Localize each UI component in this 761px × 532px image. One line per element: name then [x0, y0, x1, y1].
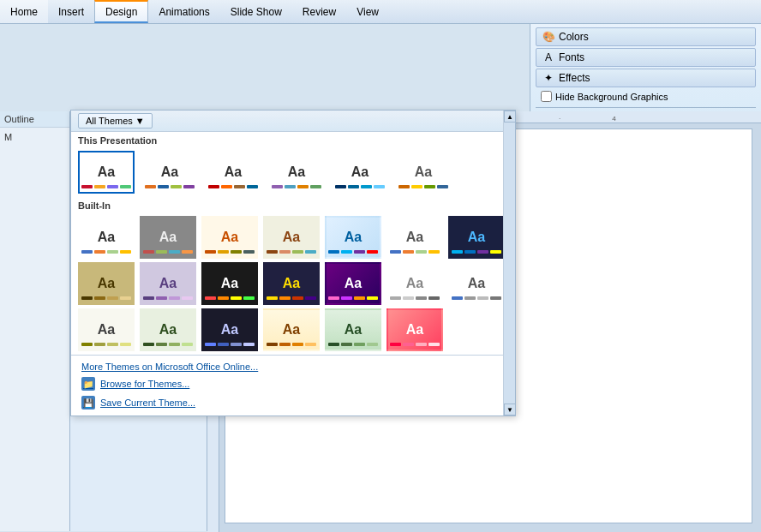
themes-scrollbar: ▲ ▼: [503, 111, 515, 415]
more-themes-link[interactable]: More Themes on Microsoft Office Online..…: [78, 359, 508, 374]
menu-review[interactable]: Review: [292, 0, 346, 23]
scroll-down-arrow[interactable]: ▼: [504, 403, 516, 415]
fonts-label: Fonts: [559, 51, 584, 63]
bi-theme-2[interactable]: Aa: [201, 216, 258, 259]
colors-label: Colors: [559, 31, 589, 43]
menu-home[interactable]: Home: [0, 0, 48, 23]
bi-theme-16[interactable]: Aa: [201, 308, 258, 351]
bi-theme-17[interactable]: Aa: [263, 308, 320, 351]
bi-theme-7[interactable]: Aa: [78, 262, 135, 305]
menu-view[interactable]: View: [346, 0, 389, 23]
all-themes-button[interactable]: All Themes ▼: [78, 113, 153, 129]
bi-theme-8[interactable]: Aa: [140, 262, 196, 305]
effects-icon: ✦: [542, 71, 555, 85]
themes-footer: More Themes on Microsoft Office Online..…: [71, 355, 515, 415]
save-theme-label: Save Current Theme...: [100, 398, 195, 408]
themes-dropdown: All Themes ▼ This Presentation Aa Aa Aa: [70, 110, 516, 416]
theme-item-selected[interactable]: Aa: [78, 151, 135, 194]
theme-item-3[interactable]: Aa: [268, 151, 325, 194]
bi-theme-6[interactable]: Aa: [448, 216, 505, 259]
bi-theme-3[interactable]: Aa: [263, 216, 320, 259]
bi-theme-12[interactable]: Aa: [386, 262, 443, 305]
theme-item-5[interactable]: Aa: [395, 151, 452, 194]
more-themes-label: More Themes on Microsoft Office Online..…: [81, 362, 258, 372]
effects-label: Effects: [559, 72, 590, 84]
outline-panel: Outline M: [0, 111, 70, 531]
menu-animations[interactable]: Animations: [148, 0, 219, 23]
save-icon: 💾: [81, 396, 95, 409]
theme-item-1[interactable]: Aa: [141, 151, 198, 194]
fonts-button[interactable]: A Fonts: [536, 48, 756, 67]
browse-themes-label: Browse for Themes...: [100, 379, 189, 389]
theme-item-2[interactable]: Aa: [205, 151, 261, 194]
effects-button[interactable]: ✦ Effects: [536, 69, 756, 87]
menu-slideshow[interactable]: Slide Show: [220, 0, 292, 23]
bi-theme-19[interactable]: Aa: [386, 308, 443, 351]
scroll-up-arrow[interactable]: ▲: [504, 111, 516, 123]
save-theme-link[interactable]: 💾 Save Current Theme...: [78, 393, 508, 412]
menubar: Home Insert Design Animations Slide Show…: [0, 0, 761, 24]
bi-theme-4[interactable]: Aa: [325, 216, 381, 259]
theme-item-4[interactable]: Aa: [332, 151, 388, 194]
hide-bg-checkbox[interactable]: [541, 91, 552, 102]
menu-insert[interactable]: Insert: [48, 0, 94, 23]
bi-theme-1[interactable]: Aa: [140, 216, 196, 259]
bi-theme-10[interactable]: Aa: [263, 262, 320, 305]
outline-content: M: [0, 128, 69, 146]
fonts-icon: A: [542, 51, 555, 64]
bi-theme-18[interactable]: Aa: [325, 308, 381, 351]
browse-themes-link[interactable]: 📁 Browse for Themes...: [78, 374, 508, 393]
menu-design[interactable]: Design: [94, 0, 148, 23]
outline-subtitle: M: [4, 132, 12, 142]
design-options: 🎨 Colors A Fonts ✦ Effects Hide Backgrou…: [530, 24, 761, 125]
bi-theme-11[interactable]: Aa: [325, 262, 381, 305]
bi-theme-13[interactable]: Aa: [448, 262, 505, 305]
bi-theme-0[interactable]: Aa: [78, 216, 135, 259]
hide-bg-label: Hide Background Graphics: [555, 92, 668, 102]
built-in-label: Built-In: [71, 197, 515, 212]
themes-header: All Themes ▼: [71, 111, 515, 132]
bi-theme-9[interactable]: Aa: [201, 262, 258, 305]
bi-theme-15[interactable]: Aa: [140, 308, 196, 351]
bi-theme-14[interactable]: Aa: [78, 308, 135, 351]
colors-icon: 🎨: [542, 30, 555, 44]
built-in-grid: Aa Aa Aa Aa Aa Aa Aa Aa: [71, 212, 515, 355]
bi-theme-5[interactable]: Aa: [386, 216, 443, 259]
hide-bg-row: Hide Background Graphics: [536, 89, 756, 104]
this-presentation-grid: Aa Aa Aa: [71, 147, 515, 197]
outline-label: Outline: [0, 111, 69, 128]
browse-icon: 📁: [81, 377, 95, 391]
this-presentation-label: This Presentation: [71, 132, 515, 147]
colors-button[interactable]: 🎨 Colors: [536, 27, 756, 46]
right-design-panel: 🎨 Colors A Fonts ✦ Effects Hide Backgrou…: [530, 24, 761, 125]
